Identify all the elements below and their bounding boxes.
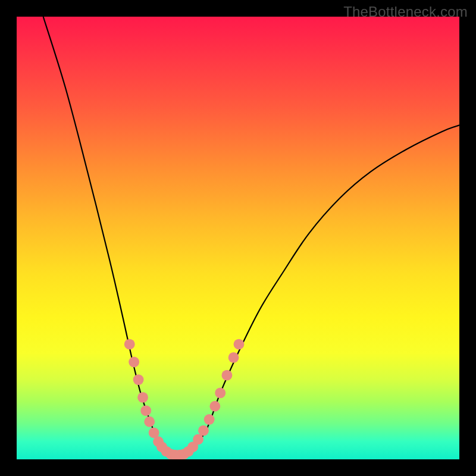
chart-frame: TheBottleneck.com <box>0 0 476 476</box>
watermark-text: TheBottleneck.com <box>343 4 468 20</box>
curve-layer <box>43 17 459 455</box>
marker-dot <box>234 339 245 350</box>
marker-dot <box>215 387 226 398</box>
marker-dot <box>144 416 155 427</box>
chart-svg <box>17 17 459 459</box>
marker-dot <box>204 414 215 425</box>
marker-dot <box>137 392 148 403</box>
marker-dot <box>198 425 209 436</box>
marker-dot <box>228 352 239 363</box>
marker-dot <box>193 434 203 445</box>
marker-dot <box>133 374 144 385</box>
plot-area <box>17 17 459 459</box>
marker-dot <box>124 339 135 350</box>
marker-dot <box>221 370 232 381</box>
marker-dots-layer <box>124 339 245 459</box>
marker-dot <box>129 356 139 367</box>
bottleneck-curve <box>43 17 459 455</box>
marker-dot <box>140 405 151 416</box>
marker-dot <box>209 401 220 412</box>
